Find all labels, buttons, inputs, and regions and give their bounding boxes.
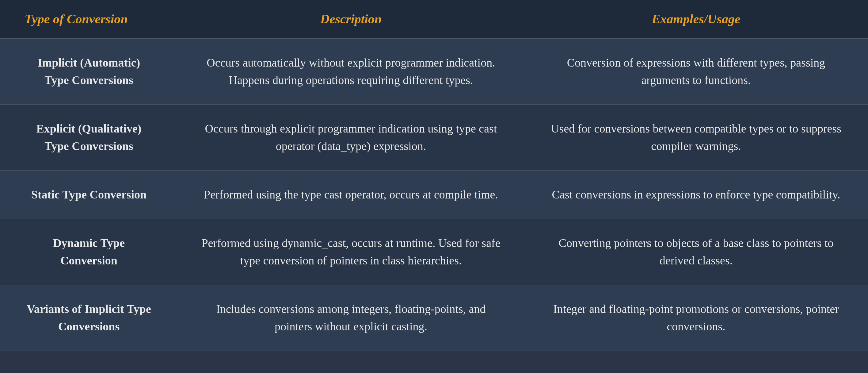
cell-examples: Conversion of expressions with different…: [524, 38, 868, 105]
table-row: Static Type ConversionPerformed using th…: [0, 171, 868, 219]
conversion-table: Type of Conversion Description Examples/…: [0, 0, 868, 351]
header-examples: Examples/Usage: [524, 0, 868, 38]
cell-type: Explicit (Qualitative) Type Conversions: [0, 105, 178, 171]
cell-description: Performed using dynamic_cast, occurs at …: [178, 219, 524, 285]
table-header-row: Type of Conversion Description Examples/…: [0, 0, 868, 38]
cell-description: Occurs automatically without explicit pr…: [178, 38, 524, 105]
table-row: Dynamic Type ConversionPerformed using d…: [0, 219, 868, 285]
cell-examples: Integer and floating-point promotions or…: [524, 285, 868, 351]
table-row: Explicit (Qualitative) Type ConversionsO…: [0, 105, 868, 171]
table-row: Variants of Implicit Type ConversionsInc…: [0, 285, 868, 351]
header-type: Type of Conversion: [0, 0, 178, 38]
cell-description: Occurs through explicit programmer indic…: [178, 105, 524, 171]
cell-type: Variants of Implicit Type Conversions: [0, 285, 178, 351]
cell-type: Dynamic Type Conversion: [0, 219, 178, 285]
cell-description: Performed using the type cast operator, …: [178, 171, 524, 219]
cell-examples: Cast conversions in expressions to enfor…: [524, 171, 868, 219]
cell-examples: Used for conversions between compatible …: [524, 105, 868, 171]
cell-examples: Converting pointers to objects of a base…: [524, 219, 868, 285]
conversion-table-container: Type of Conversion Description Examples/…: [0, 0, 868, 351]
header-description: Description: [178, 0, 524, 38]
cell-description: Includes conversions among integers, flo…: [178, 285, 524, 351]
table-row: Implicit (Automatic) Type ConversionsOcc…: [0, 38, 868, 105]
cell-type: Implicit (Automatic) Type Conversions: [0, 38, 178, 105]
cell-type: Static Type Conversion: [0, 171, 178, 219]
